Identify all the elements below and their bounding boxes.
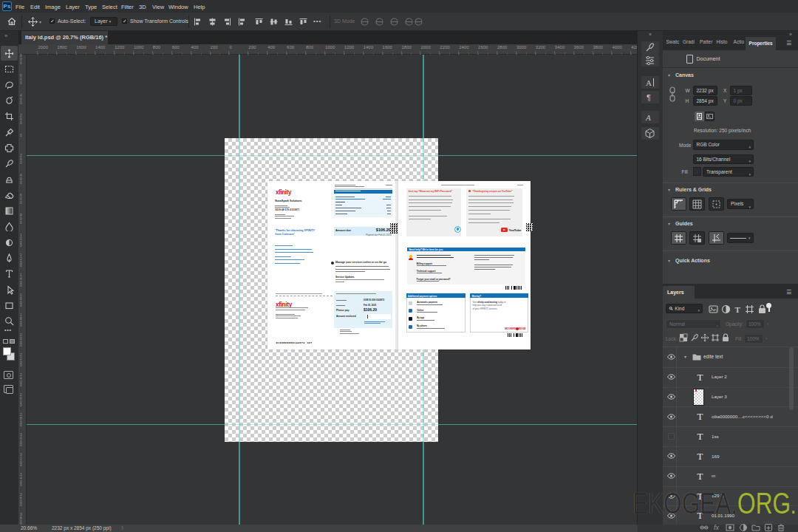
svg-text:fx: fx xyxy=(714,524,720,531)
svg-text:¶: ¶ xyxy=(647,93,651,102)
svg-text:T: T xyxy=(734,305,740,314)
svg-text:A: A xyxy=(646,78,652,87)
svg-text:A: A xyxy=(645,113,651,122)
